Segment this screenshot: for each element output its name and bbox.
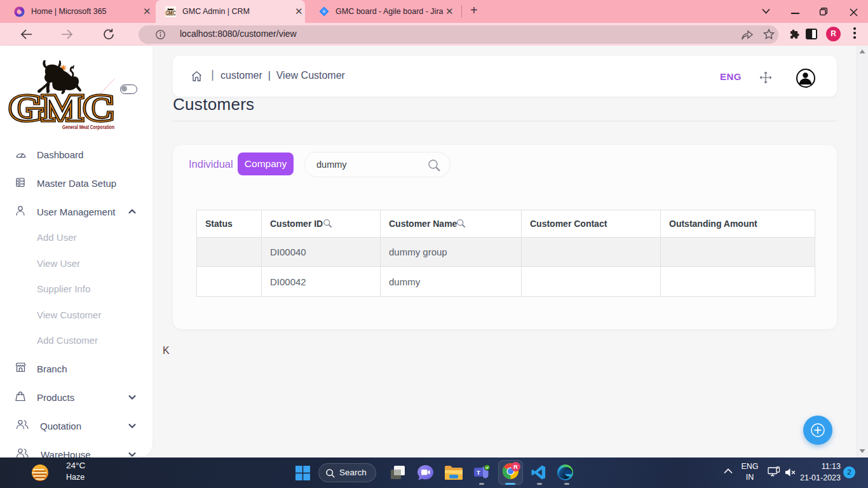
svg-text:T: T	[477, 469, 480, 476]
svg-text:GMC: GMC	[166, 9, 176, 16]
svg-text:General Meat Corporation: General Meat Corporation	[62, 123, 114, 130]
